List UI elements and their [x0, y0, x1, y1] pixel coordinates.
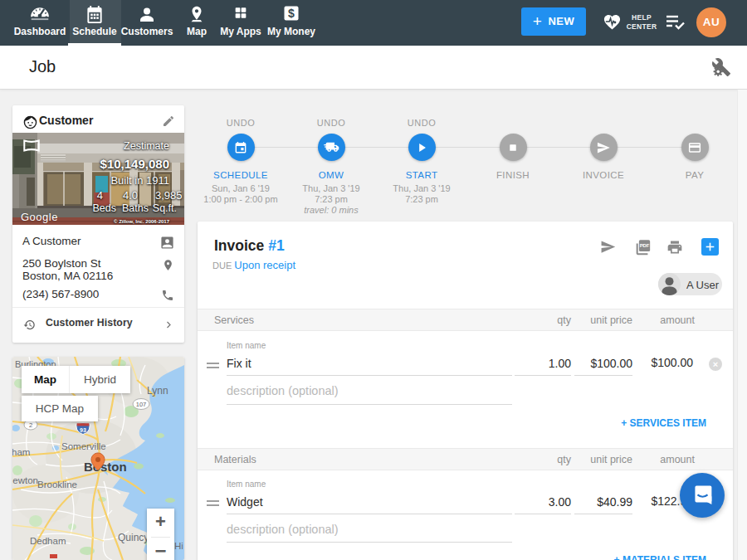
svg-text:Brookline: Brookline [37, 480, 77, 489]
svg-text:Quincy: Quincy [118, 532, 149, 543]
svg-text:Boston: Boston [84, 460, 127, 474]
svg-text:Hi: Hi [174, 541, 183, 551]
svg-text:ham: ham [12, 447, 30, 457]
svg-text:PDF: PDF [640, 243, 650, 248]
svg-text:2: 2 [29, 421, 32, 429]
svg-text:Somerville: Somerville [61, 441, 106, 451]
svg-text:Newton: Newton [12, 475, 38, 485]
svg-text:Lynn: Lynn [147, 385, 168, 397]
svg-text:Dedham: Dedham [30, 536, 66, 546]
svg-text:$: $ [288, 7, 295, 20]
svg-text:93: 93 [80, 427, 86, 433]
svg-text:107: 107 [136, 401, 147, 408]
